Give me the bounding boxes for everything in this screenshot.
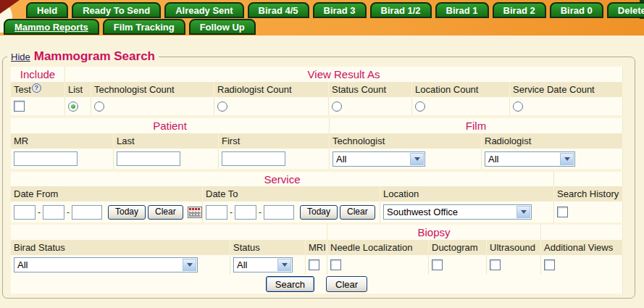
- date-to-day-input[interactable]: [235, 205, 256, 220]
- status-label: Status: [230, 240, 306, 255]
- first-label: First: [219, 133, 330, 149]
- radiologist-select-value: All: [488, 153, 498, 165]
- list-radio[interactable]: [68, 101, 78, 112]
- location-label: Location: [380, 186, 554, 201]
- secondary-tab-bar: Mammo Reports Film Tracking Follow Up: [4, 19, 256, 35]
- tab-birad-0[interactable]: Birad 0: [550, 2, 603, 18]
- chevron-down-icon: [183, 259, 196, 271]
- mri-checkbox[interactable]: [309, 259, 319, 270]
- service-header: Service: [11, 172, 554, 186]
- section-service: Service Date From Date To Location Searc…: [11, 172, 623, 222]
- section-patient-film: Patient Film MR Last First Technologist …: [11, 118, 623, 169]
- ultrasound-label: Ultrasound: [487, 240, 541, 255]
- section-biopsy: Biopsy Birad Status Status MRI Needle Lo…: [11, 225, 623, 294]
- date-to-today-button[interactable]: Today: [300, 205, 338, 220]
- last-input[interactable]: [117, 151, 180, 166]
- radiologist-select[interactable]: All: [485, 151, 575, 167]
- date-from-year-input[interactable]: [72, 205, 102, 220]
- ductogram-checkbox[interactable]: [432, 259, 443, 270]
- search-button[interactable]: Search: [266, 276, 314, 292]
- biopsy-header-spacer: [11, 225, 327, 240]
- hide-link[interactable]: Hide: [11, 51, 30, 62]
- clear-button[interactable]: Clear: [326, 276, 367, 292]
- location-count-label: Location Count: [412, 82, 510, 97]
- tab-film-tracking[interactable]: Film Tracking: [103, 19, 185, 35]
- tab-already-sent[interactable]: Already Sent: [164, 2, 243, 18]
- tab-birad-1-2[interactable]: Birad 1/2: [370, 2, 432, 18]
- list-column-label: List: [65, 82, 91, 97]
- chevron-down-icon: [410, 153, 424, 165]
- date-to-month-input[interactable]: [206, 205, 227, 220]
- birad-status-select[interactable]: All: [14, 257, 198, 272]
- tab-birad-2[interactable]: Birad 2: [493, 2, 546, 18]
- panel-legend: HideMammogram Search: [7, 49, 159, 64]
- page-title: Mammogram Search: [34, 49, 155, 63]
- birad-status-label: Birad Status: [11, 240, 230, 255]
- additional-views-checkbox[interactable]: [544, 259, 555, 270]
- date-from-day-input[interactable]: [43, 205, 64, 220]
- technologist-count-label: Technologist Count: [91, 82, 214, 97]
- chevron-down-icon: [560, 153, 574, 165]
- calendar-icon[interactable]: [188, 207, 202, 218]
- location-select-value: Southwest Office: [387, 206, 458, 218]
- mri-label: MRI: [306, 240, 327, 255]
- test-label: Test: [14, 84, 31, 95]
- tab-ready-to-send[interactable]: Ready To Send: [72, 2, 161, 18]
- radiologist-count-radio[interactable]: [217, 101, 227, 112]
- technologist-count-radio[interactable]: [94, 101, 104, 112]
- tab-deleted[interactable]: Deleted: [607, 2, 644, 18]
- film-header: Film: [330, 118, 623, 133]
- service-header-spacer: [554, 172, 623, 186]
- view-result-as-header: View Result As: [65, 67, 623, 82]
- biopsy-header: Biopsy: [327, 225, 541, 240]
- tab-birad-1[interactable]: Birad 1: [435, 2, 489, 18]
- technologist-select-value: All: [336, 153, 346, 165]
- date-separator: -: [259, 207, 262, 217]
- tab-birad-4-5[interactable]: Birad 4/5: [248, 2, 309, 18]
- needle-localization-label: Needle Localization: [327, 240, 429, 255]
- date-from-clear-button[interactable]: Clear: [148, 205, 183, 220]
- date-separator: -: [230, 207, 233, 217]
- mr-input[interactable]: [14, 151, 78, 166]
- date-separator: -: [38, 207, 41, 217]
- search-history-label: Search History: [554, 186, 623, 201]
- tab-mammo-reports[interactable]: Mammo Reports: [4, 19, 99, 35]
- search-form-table: Include View Result As Test? List Techno…: [11, 67, 623, 294]
- primary-tab-bar: Held Ready To Send Already Sent Birad 4/…: [26, 2, 644, 18]
- first-input[interactable]: [222, 151, 285, 166]
- chevron-down-icon: [277, 259, 291, 271]
- service-date-count-label: Service Date Count: [510, 82, 623, 97]
- date-to-clear-button[interactable]: Clear: [340, 205, 375, 220]
- technologist-label: Technologist: [330, 133, 482, 149]
- status-select[interactable]: All: [233, 257, 293, 272]
- help-icon[interactable]: ?: [32, 83, 41, 93]
- tab-birad-3[interactable]: Birad 3: [313, 2, 367, 18]
- birad-status-select-value: All: [17, 259, 28, 271]
- ductogram-label: Ductogram: [429, 240, 487, 255]
- ultrasound-checkbox[interactable]: [490, 259, 501, 270]
- tab-follow-up[interactable]: Follow Up: [189, 19, 256, 35]
- radiologist-count-label: Radiologist Count: [214, 82, 329, 97]
- test-column-label: Test?: [11, 82, 65, 97]
- date-to-year-input[interactable]: [264, 205, 294, 220]
- form-actions: Search Clear: [11, 275, 623, 294]
- service-date-count-radio[interactable]: [513, 101, 523, 112]
- date-from-today-button[interactable]: Today: [108, 205, 146, 220]
- test-checkbox[interactable]: [14, 101, 25, 112]
- status-count-label: Status Count: [329, 82, 412, 97]
- section-view-result-as: Include View Result As Test? List Techno…: [11, 67, 623, 115]
- status-select-value: All: [237, 259, 247, 271]
- location-count-radio[interactable]: [415, 101, 425, 112]
- patient-header: Patient: [11, 118, 330, 133]
- chevron-down-icon: [517, 206, 530, 218]
- biopsy-header-spacer: [541, 225, 623, 240]
- technologist-select[interactable]: All: [333, 151, 425, 167]
- radiologist-label: Radiologist: [482, 133, 623, 149]
- tab-held[interactable]: Held: [26, 2, 68, 18]
- status-count-radio[interactable]: [332, 101, 342, 112]
- search-history-checkbox[interactable]: [557, 207, 568, 217]
- date-from-month-input[interactable]: [14, 205, 35, 220]
- location-select[interactable]: Southwest Office: [383, 204, 532, 220]
- mr-label: MR: [11, 133, 114, 149]
- needle-localization-checkbox[interactable]: [330, 259, 341, 270]
